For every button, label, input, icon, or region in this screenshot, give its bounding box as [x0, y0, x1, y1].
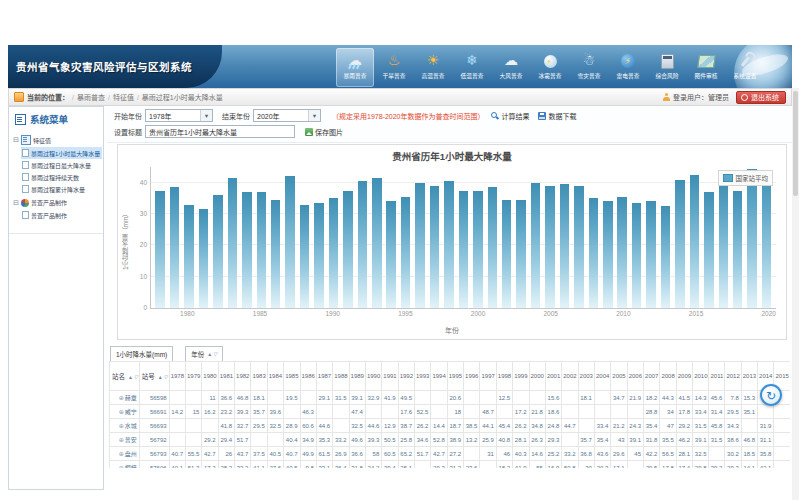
bar-slot — [456, 167, 470, 308]
breadcrumb-link[interactable]: 暴雨过程1小时最大降水量 — [142, 94, 223, 101]
nav-item-low-temp[interactable]: ❄低温普查 — [453, 48, 491, 87]
expand-plus-icon[interactable]: ⊕ — [119, 437, 124, 443]
value-cell — [415, 391, 431, 405]
scrollbar-thumb[interactable] — [793, 91, 798, 196]
value-cell: 51.3 — [185, 461, 201, 469]
nav-item-settings[interactable]: 系统设置 — [726, 48, 764, 87]
x-tick-label: 1980 — [180, 310, 194, 317]
value-cell: 58 — [365, 447, 381, 461]
sidebar-item[interactable]: 暴雨过程1小时最大降水量 — [21, 147, 102, 159]
chart-title-label: 设置标题 — [114, 127, 142, 137]
sort-arrows-icon[interactable]: ▲▽ — [207, 351, 217, 357]
value-cell — [300, 391, 316, 405]
sidebar-group-0[interactable]: ⊟特征值 — [13, 135, 102, 145]
value-cell: 14.6 — [529, 447, 545, 461]
data-download-label: 数据下载 — [548, 111, 576, 121]
sort-arrows-icon[interactable]: ▲▽ — [158, 374, 168, 380]
value-cell: 18 — [447, 405, 463, 419]
sidebar-item[interactable]: 暴雨过程累计降水量 — [21, 183, 102, 195]
col-station-header[interactable]: 站名▲▽ — [110, 362, 140, 391]
chart-legend: 国家站平均 — [718, 170, 774, 186]
year-column-header: 1991 — [382, 362, 398, 391]
table-row-56792[interactable]: ⊕普安5679229.229.451.740.434.935.333.249.6… — [110, 433, 791, 447]
value-cell: 39.2 — [709, 461, 725, 469]
nav-item-drought[interactable]: ♨干旱普查 — [375, 48, 413, 87]
value-cell: 25.9 — [480, 433, 496, 447]
value-cell: 20.3 — [594, 461, 610, 469]
value-cell: 24.8 — [545, 419, 561, 433]
col-station-id-header[interactable]: 站号▲▽ — [139, 362, 169, 391]
nav-item-composite-risk[interactable]: 综合风险 — [648, 48, 686, 87]
expander-icon[interactable]: ⊟ — [13, 136, 19, 144]
sidebar-item[interactable]: 暴雨过程持续天数 — [21, 171, 102, 183]
nav-item-wind[interactable]: ☁大风普查 — [492, 48, 530, 87]
bar-1981 — [199, 209, 209, 308]
value-type-box[interactable]: 1小时降水量(mm) — [110, 346, 173, 362]
chart-title-input[interactable] — [145, 125, 295, 138]
expand-plus-icon[interactable]: ⊕ — [119, 451, 124, 457]
value-cell: 28.1 — [513, 433, 529, 447]
nav-item-snow[interactable]: ☃雪灾普查 — [570, 48, 608, 87]
bar-2003 — [516, 200, 526, 308]
expand-plus-icon[interactable]: ⊕ — [119, 423, 124, 429]
value-cell: 44.1 — [480, 419, 496, 433]
table-row-57606[interactable]: ⊕桐梓5760640.151.317.228.233.241.127.640.5… — [110, 461, 791, 469]
nav-item-rainstorm[interactable]: ☁暴雨普查 — [336, 48, 374, 87]
bar-1999 — [459, 191, 469, 309]
nav-item-lightning[interactable]: ⚡雷电普查 — [609, 48, 647, 87]
breadcrumb-link[interactable]: 暴雨普查 — [77, 94, 105, 101]
table-row-56598[interactable]: ⊕赫章565981136.646.818.119.529.131.539.132… — [110, 391, 791, 405]
sidebar-item[interactable]: 暴雨过程日最大降水量 — [21, 159, 102, 171]
expander-icon[interactable]: ⊟ — [13, 199, 19, 207]
sidebar-group-1[interactable]: ⊟普查产品制作 — [13, 198, 102, 207]
sort-arrows-icon[interactable]: ▲▽ — [128, 374, 138, 380]
data-download-button[interactable]: 数据下载 — [538, 111, 576, 121]
value-cell: 39.1 — [627, 433, 643, 447]
table-row-56691[interactable]: ⊕威宁5669114.21516.223.239.335.739.646.347… — [110, 405, 791, 419]
value-cell: 60.5 — [382, 447, 398, 461]
station-data-table: 站名▲▽ 站号▲▽ 197819791980198119821983198419… — [109, 361, 790, 468]
table-header-row: 站名▲▽ 站号▲▽ 197819791980198119821983198419… — [110, 362, 791, 391]
logout-button[interactable]: 退出系统 — [736, 91, 786, 104]
page: 贵州省气象灾害风险评估与区划系统 ☁暴雨普查♨干旱普查☀高温普查❄低温普查☁大风… — [0, 0, 800, 500]
value-cell — [415, 461, 431, 469]
value-cell: 41.9 — [513, 461, 529, 469]
vertical-scrollbar[interactable] — [792, 88, 799, 500]
sidebar-group-label: 普查产品制作 — [31, 198, 67, 207]
start-year-select[interactable]: 1978年 ▼ — [145, 109, 213, 122]
filter-panel: 开始年份 1978年 ▼ 结束年份 2020年 ▼ （规定采用1978-2020… — [107, 106, 792, 143]
expand-plus-icon[interactable]: ⊕ — [119, 465, 124, 468]
bar-slot — [297, 167, 311, 308]
value-cell: 50.5 — [382, 433, 398, 447]
value-cell: 35.5 — [660, 433, 676, 447]
value-cell: 51.7 — [415, 447, 431, 461]
year-sort-box[interactable]: 年份 ▲▽ — [185, 346, 223, 362]
x-tick-label: 2010 — [616, 310, 630, 317]
sidebar-item[interactable]: 普查产品制作 — [21, 209, 102, 221]
nav-item-high-temp[interactable]: ☀高温普查 — [414, 48, 452, 87]
x-tick-label: 2020 — [761, 310, 775, 317]
calc-result-button[interactable]: 计算结果 — [491, 111, 529, 121]
document-icon — [22, 173, 29, 181]
expand-plus-icon[interactable]: ⊕ — [119, 409, 124, 415]
save-image-button[interactable]: 保存图片 — [305, 127, 343, 137]
breadcrumb-separator: / — [72, 94, 74, 101]
nav-item-hail[interactable]: 冰雹普查 — [531, 48, 569, 87]
floating-refresh-button[interactable]: ↻ — [760, 384, 782, 406]
nav-item-map-review[interactable]: 图件审核 — [687, 48, 725, 87]
expand-plus-icon[interactable]: ⊕ — [119, 395, 124, 401]
table-row-56793[interactable]: ⊕盘州5679340.755.542.72643.737.540.540.749… — [110, 447, 791, 461]
value-cell — [562, 391, 578, 405]
breadcrumb-link[interactable]: 特征值 — [113, 94, 134, 101]
value-cell: 33.4 — [693, 405, 709, 419]
y-tick-label: 30 — [125, 210, 147, 217]
value-cell: 41.9 — [382, 391, 398, 405]
end-year-select[interactable]: 2020年 ▼ — [253, 109, 321, 122]
value-cell: 36.6 — [218, 391, 234, 405]
table-row-56693[interactable]: ⊕水城5669341.832.729.532.528.960.644.632.5… — [110, 419, 791, 433]
bar-slot — [413, 167, 427, 308]
value-cell: 38.7 — [398, 419, 414, 433]
value-cell: 38.5 — [464, 419, 480, 433]
bar-slot — [572, 167, 586, 308]
value-cell: 46.8 — [741, 433, 757, 447]
